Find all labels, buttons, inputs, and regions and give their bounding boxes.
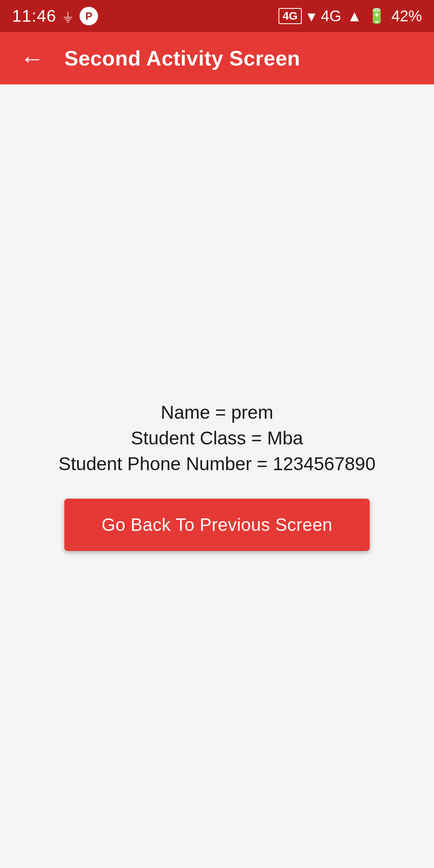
status-bar-right: 4G ▾ 4G ▲ 🔋 42% — [278, 7, 422, 25]
student-info-container: Name = prem Student Class = Mba Student … — [58, 401, 375, 475]
app-bar-title: Second Activity Screen — [64, 46, 300, 70]
status-bar-left: 11:46 ⏚ P — [12, 6, 98, 26]
student-phone-label: Student Phone Number = 1234567890 — [58, 453, 375, 475]
app-bar: ← Second Activity Screen — [0, 32, 434, 84]
battery-icon: 🔋 — [368, 8, 386, 25]
wifi-icon: ▾ — [307, 7, 315, 25]
student-class-label: Student Class = Mba — [131, 427, 303, 449]
network-4g-left-icon: 4G — [278, 8, 301, 24]
status-bar: 11:46 ⏚ P 4G ▾ 4G ▲ 🔋 42% — [0, 0, 434, 32]
battery-percent: 42% — [391, 8, 422, 25]
student-name-label: Name = prem — [161, 401, 273, 423]
usb-icon: ⏚ — [63, 8, 72, 25]
go-back-button[interactable]: Go Back To Previous Screen — [64, 499, 370, 551]
back-button[interactable]: ← — [16, 41, 48, 76]
network-4g-right-icon: 4G — [321, 8, 342, 25]
main-content: Name = prem Student Class = Mba Student … — [0, 84, 434, 868]
back-arrow-icon: ← — [20, 45, 44, 72]
status-time: 11:46 — [12, 6, 56, 26]
parking-icon: P — [80, 7, 98, 25]
signal-bars-icon: ▲ — [347, 8, 362, 25]
